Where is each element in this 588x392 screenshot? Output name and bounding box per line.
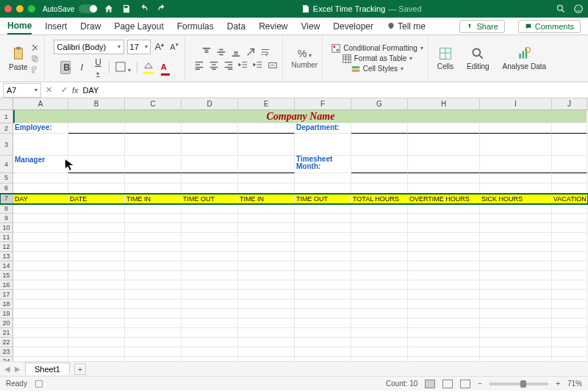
cell[interactable] [238,134,295,156]
cell[interactable] [552,184,587,194]
cell[interactable] [13,223,68,233]
cell[interactable] [351,242,408,252]
sheet-tab-sheet1[interactable]: Sheet1 [25,363,70,375]
cell[interactable] [408,357,480,361]
cell[interactable] [13,271,68,280]
zoom-slider[interactable] [490,382,548,385]
cell[interactable] [480,357,552,361]
cell[interactable] [238,214,295,223]
cell[interactable] [351,328,408,338]
cell[interactable] [552,338,587,347]
fx-icon[interactable]: fx [72,86,79,95]
cell[interactable] [351,123,408,134]
cell[interactable] [238,156,295,173]
cell[interactable] [238,280,295,290]
smiley-icon[interactable] [573,4,584,14]
row-header[interactable]: 12 [0,242,13,252]
sheet-nav-prev[interactable]: ◀ [4,365,10,373]
cell[interactable] [125,242,182,252]
cell[interactable]: Manager [13,156,68,173]
cell[interactable] [552,290,587,300]
cell[interactable] [552,280,587,290]
company-title-cell[interactable]: Company Name [13,110,587,123]
cell[interactable] [13,242,68,252]
row-header[interactable]: 23 [0,347,13,357]
cell[interactable] [480,309,552,319]
decrease-font-button[interactable]: A▾ [168,42,179,51]
align-center-icon[interactable] [209,60,219,70]
cell[interactable] [125,156,182,173]
cell[interactable] [295,204,351,214]
cell[interactable] [480,223,552,233]
cut-icon[interactable] [31,43,40,52]
cell[interactable] [480,271,552,280]
middle-align-icon[interactable] [216,47,226,57]
percent-format-icon[interactable]: % [298,48,312,59]
bold-button[interactable]: B [60,61,71,74]
row-header[interactable]: 17 [0,290,13,300]
tab-formulas[interactable]: Formulas [177,19,214,34]
cell[interactable] [480,184,552,194]
cell[interactable] [182,357,238,361]
row-header[interactable]: 7 [0,194,13,204]
cell[interactable] [480,242,552,252]
cell[interactable] [182,134,238,156]
cell[interactable] [408,123,480,134]
cell[interactable] [125,123,182,134]
home-icon[interactable] [104,4,114,14]
increase-font-button[interactable]: A▴ [154,41,166,52]
cell[interactable] [408,280,480,290]
row-header[interactable]: 2 [0,123,13,134]
cell[interactable] [351,261,408,271]
cell[interactable] [68,261,125,271]
col-header-F[interactable]: F [295,98,351,109]
cell[interactable] [238,252,295,261]
cell[interactable] [13,233,68,242]
cell[interactable] [68,300,125,309]
cell[interactable] [238,223,295,233]
cell[interactable] [68,214,125,223]
search-icon[interactable] [556,4,566,14]
row-header[interactable]: 21 [0,328,13,338]
cell[interactable] [351,134,408,156]
cell[interactable] [68,290,125,300]
cell[interactable] [68,233,125,242]
cell[interactable] [408,204,480,214]
cell[interactable] [238,328,295,338]
row-header[interactable]: 24 [0,357,13,361]
cell[interactable] [408,173,480,184]
row-header[interactable]: 6 [0,184,13,194]
formula-input[interactable]: DAY [83,86,588,95]
cell[interactable] [351,347,408,357]
spreadsheet-grid[interactable]: ABCDEFGHIJ 1Company Name2Employee:Depart… [0,98,588,361]
row-header[interactable]: 15 [0,271,13,280]
row-header[interactable]: 10 [0,223,13,233]
cell[interactable] [238,271,295,280]
cell[interactable] [182,204,238,214]
cell[interactable] [408,184,480,194]
tab-view[interactable]: View [301,19,320,34]
tab-home[interactable]: Home [7,18,32,35]
cell[interactable] [480,328,552,338]
cell[interactable] [238,173,295,184]
cell[interactable] [480,290,552,300]
row-header[interactable]: 4 [0,156,13,173]
name-box[interactable]: A7▾ [3,83,41,98]
cell[interactable] [480,347,552,357]
cell[interactable] [295,338,351,347]
cell[interactable] [238,338,295,347]
cell[interactable] [408,338,480,347]
cell[interactable] [125,328,182,338]
cell[interactable] [182,233,238,242]
cell[interactable] [480,338,552,347]
row-header[interactable]: 9 [0,214,13,223]
analyse-data-group[interactable]: Analyse Data [498,37,551,80]
cell[interactable] [552,319,587,328]
cell[interactable] [182,184,238,194]
cell[interactable] [295,280,351,290]
orientation-icon[interactable] [245,47,256,57]
cell[interactable] [182,309,238,319]
cell[interactable]: OVERTIME HOURS [408,194,480,204]
increase-indent-icon[interactable] [253,60,263,70]
align-left-icon[interactable] [194,60,204,70]
